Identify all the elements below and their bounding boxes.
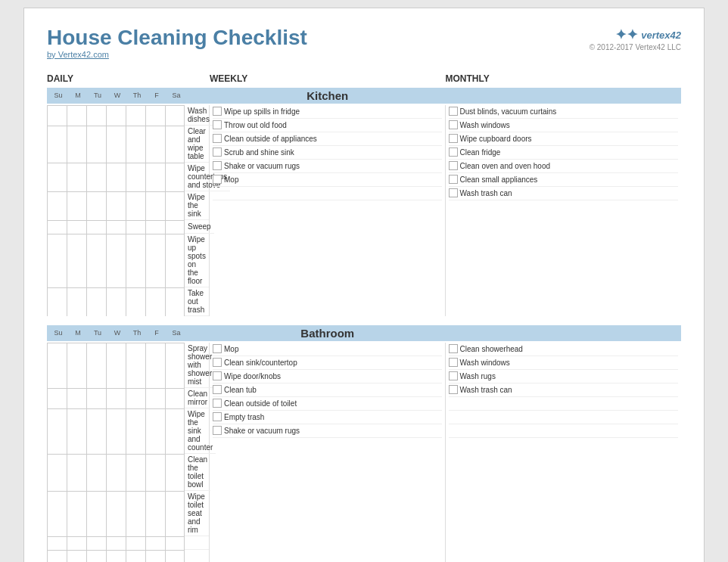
day-cell[interactable] [165,454,185,491]
day-cell[interactable] [145,491,165,536]
day-cell[interactable] [86,454,106,491]
day-cell[interactable] [47,408,67,454]
checkbox[interactable] [213,134,222,143]
day-cell[interactable] [106,234,126,287]
day-cell[interactable] [47,105,67,126]
checkbox[interactable] [449,134,458,143]
day-cell[interactable] [67,234,86,287]
day-cell[interactable] [126,550,145,562]
day-cell[interactable] [106,408,126,454]
day-cell[interactable] [86,220,106,234]
day-cell[interactable] [145,287,165,316]
day-cell[interactable] [67,550,86,562]
day-cell[interactable] [165,491,185,536]
day-cell[interactable] [67,408,86,454]
day-cell[interactable] [126,220,145,234]
day-cell[interactable] [86,343,106,388]
day-cell[interactable] [47,163,67,191]
day-cell[interactable] [67,105,86,126]
day-cell[interactable] [126,163,145,191]
day-cell[interactable] [165,287,185,316]
day-cell[interactable] [86,234,106,287]
day-cell[interactable] [106,191,126,220]
day-cell[interactable] [145,105,165,126]
checkbox[interactable] [449,120,458,129]
checkbox[interactable] [213,175,222,184]
day-cell[interactable] [165,234,185,287]
checkbox[interactable] [213,358,222,367]
day-cell[interactable] [145,191,165,220]
day-cell[interactable] [165,343,185,388]
day-cell[interactable] [47,536,67,550]
checkbox[interactable] [213,107,222,116]
day-cell[interactable] [106,388,126,408]
day-cell[interactable] [165,388,185,408]
day-cell[interactable] [106,105,126,126]
day-cell[interactable] [67,491,86,536]
day-cell[interactable] [145,454,165,491]
checkbox[interactable] [449,188,458,197]
day-cell[interactable] [47,287,67,316]
day-cell[interactable] [165,536,185,550]
checkbox[interactable] [213,426,222,435]
day-cell[interactable] [145,550,165,562]
checkbox[interactable] [449,344,458,353]
day-cell[interactable] [145,126,165,163]
by-link[interactable]: by Vertex42.com [47,50,307,59]
day-cell[interactable] [106,343,126,388]
day-cell[interactable] [126,536,145,550]
day-cell[interactable] [86,491,106,536]
day-cell[interactable] [86,536,106,550]
checkbox[interactable] [213,120,222,129]
checkbox[interactable] [213,371,222,380]
day-cell[interactable] [67,126,86,163]
checkbox[interactable] [449,161,458,170]
day-cell[interactable] [106,163,126,191]
checkbox[interactable] [213,147,222,157]
day-cell[interactable] [86,550,106,562]
day-cell[interactable] [145,220,165,234]
checkbox[interactable] [449,147,458,157]
day-cell[interactable] [67,536,86,550]
checkbox[interactable] [213,161,222,170]
day-cell[interactable] [86,105,106,126]
day-cell[interactable] [67,163,86,191]
checkbox[interactable] [213,385,222,394]
checkbox[interactable] [449,107,458,116]
day-cell[interactable] [106,126,126,163]
day-cell[interactable] [47,126,67,163]
day-cell[interactable] [47,550,67,562]
day-cell[interactable] [165,220,185,234]
day-cell[interactable] [145,388,165,408]
day-cell[interactable] [126,191,145,220]
checkbox[interactable] [213,344,222,353]
checkbox[interactable] [213,412,222,421]
day-cell[interactable] [86,287,106,316]
day-cell[interactable] [86,191,106,220]
day-cell[interactable] [106,454,126,491]
day-cell[interactable] [67,191,86,220]
checkbox[interactable] [213,399,222,408]
day-cell[interactable] [47,220,67,234]
checkbox[interactable] [449,175,458,184]
day-cell[interactable] [145,234,165,287]
day-cell[interactable] [106,491,126,536]
day-cell[interactable] [126,388,145,408]
checkbox[interactable] [449,371,458,380]
day-cell[interactable] [145,536,165,550]
day-cell[interactable] [106,220,126,234]
day-cell[interactable] [67,220,86,234]
day-cell[interactable] [165,105,185,126]
day-cell[interactable] [47,234,67,287]
day-cell[interactable] [86,408,106,454]
day-cell[interactable] [126,454,145,491]
day-cell[interactable] [86,126,106,163]
day-cell[interactable] [47,191,67,220]
checkbox[interactable] [449,385,458,394]
day-cell[interactable] [165,550,185,562]
day-cell[interactable] [126,105,145,126]
day-cell[interactable] [126,287,145,316]
day-cell[interactable] [106,550,126,562]
day-cell[interactable] [106,287,126,316]
day-cell[interactable] [86,163,106,191]
